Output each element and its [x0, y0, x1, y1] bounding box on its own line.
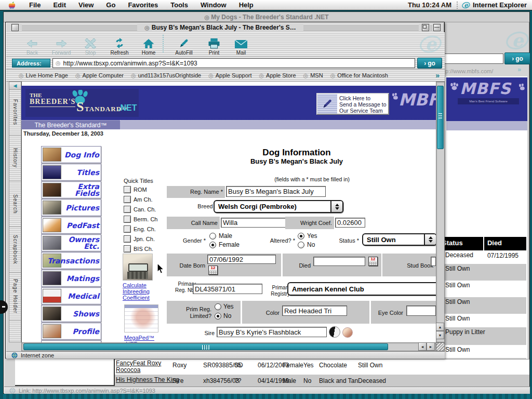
color-input[interactable] [282, 305, 347, 316]
sire-lookup-icon[interactable] [329, 326, 340, 338]
favorite-msn[interactable]: ◎MSN [303, 72, 323, 79]
quick-title-rom[interactable]: ROM [124, 185, 147, 193]
nav-button-pictures[interactable]: Pictures [41, 199, 101, 216]
radio-icon[interactable] [215, 313, 221, 320]
nav-button-pedfast[interactable]: PedFast [41, 217, 101, 234]
checkbox[interactable] [124, 206, 131, 213]
background-search-field[interactable] [438, 54, 503, 64]
menu-favorites[interactable]: Favorites [122, 0, 164, 10]
menu-clock[interactable]: Thu 10:24 AM [408, 1, 457, 9]
table-row[interactable]: Puppy in Litter [440, 327, 526, 345]
nav-button-transactions[interactable]: Transactions [41, 252, 101, 269]
table-row[interactable]: Deceased07/12/1995 [440, 250, 526, 264]
nav-button-titles[interactable]: Titles [41, 164, 101, 181]
favorite-live-home-page[interactable]: ◎Live Home Page [19, 72, 68, 79]
checkbox[interactable] [124, 225, 131, 233]
breed-popup[interactable]: Welsh Corgi (Pembroke) [214, 200, 343, 213]
horizontal-scrollbar-thumb[interactable] [23, 343, 388, 350]
favorite-apple-support[interactable]: ◎Apple Support [208, 72, 251, 79]
menu-view[interactable]: View [72, 0, 100, 10]
background-address-fragment[interactable]: p://www.mbfs.com/ » [445, 66, 530, 75]
nav-button-shows[interactable]: Shows [41, 305, 101, 322]
go-button[interactable]: ›go [417, 58, 442, 69]
menu-go[interactable]: Go [100, 0, 122, 10]
menu-tools[interactable]: Tools [164, 0, 194, 10]
checkbox[interactable] [124, 196, 131, 203]
table-row[interactable]: Still Own [440, 314, 526, 328]
menu-help[interactable]: Help [233, 0, 260, 10]
status-popup[interactable]: Still Own [362, 233, 437, 246]
mail-button[interactable]: Mail [226, 33, 256, 56]
date-born-input[interactable] [207, 255, 276, 264]
close-box[interactable] [11, 24, 19, 31]
active-app-menu[interactable]: e Internet Explorer [462, 1, 532, 9]
sidebar-collapse-button[interactable]: ◀ [9, 82, 21, 90]
reg-name-input[interactable] [226, 186, 326, 197]
gender-female-radio[interactable]: Female [209, 241, 240, 248]
altered-yes-radio[interactable]: Yes [298, 232, 317, 240]
quick-title-eng-ch[interactable]: Eng. Ch. [124, 225, 156, 233]
radio-icon[interactable] [209, 233, 216, 240]
quick-title-berm-ch[interactable]: Berm. Ch [124, 215, 157, 223]
favorite-apple-store[interactable]: ◎Apple Store [259, 72, 296, 79]
back-button[interactable]: Back [17, 33, 47, 56]
checkbox[interactable] [124, 186, 131, 193]
inbreeding-calculator-image[interactable] [123, 254, 153, 281]
more-favorites-icon[interactable]: » [435, 71, 440, 79]
sidebar-tab-page-holder[interactable]: Page Holder [9, 273, 21, 321]
table-row[interactable]: Still Own [440, 345, 526, 358]
sire-input[interactable] [217, 327, 327, 337]
forward-button[interactable]: Forward [46, 33, 76, 56]
sidebar-tab-favorites[interactable]: Favorites [9, 90, 21, 136]
stud-book-input[interactable] [431, 257, 436, 266]
menu-window[interactable]: Window [194, 0, 233, 10]
address-input[interactable]: ◎ http://www.tbsxp.com/animwin.asp?S=I&K… [52, 58, 415, 68]
dog-link[interactable]: FancyFeat Roxy Rococoa [116, 360, 176, 374]
sidebar-tab-history[interactable]: History [9, 136, 21, 181]
checkbox[interactable] [124, 245, 131, 252]
quick-title-am-ch[interactable]: Am Ch. [124, 195, 153, 203]
nav-button-profile[interactable]: Profile [41, 323, 101, 340]
limited-no-radio[interactable]: No [215, 312, 231, 320]
sidebar-tab-scrapbook[interactable]: Scrapbook [9, 227, 21, 273]
menu-edit[interactable]: Edit [47, 0, 72, 10]
quick-title-jpn-ch[interactable]: Jpn. Ch. [124, 235, 155, 243]
nav-button-dog-info[interactable]: Dog Info [41, 146, 101, 163]
apple-menu-icon[interactable] [0, 1, 23, 9]
wright-coef-input[interactable] [335, 218, 365, 228]
more-favorites-icon[interactable]: » [517, 66, 521, 73]
scroll-up-button[interactable]: ▲ [436, 323, 444, 331]
died-input[interactable] [313, 257, 365, 266]
table-row[interactable]: Still Own [440, 297, 526, 314]
collapse-box[interactable] [433, 24, 441, 31]
table-row[interactable]: Still Own [440, 281, 526, 298]
vertical-scrollbar-thumb[interactable] [437, 86, 444, 149]
checkbox[interactable] [124, 235, 131, 243]
limited-yes-radio[interactable]: Yes [215, 303, 234, 310]
home-button[interactable]: Home [134, 33, 164, 56]
browser-window[interactable]: ◎ Busy B's Megan's Black July - The Bree… [5, 22, 445, 358]
checkbox[interactable] [124, 216, 131, 223]
gender-male-radio[interactable]: Male [209, 232, 232, 240]
autofill-button[interactable]: AutoFill [169, 33, 199, 56]
sire-edit-icon[interactable] [342, 327, 353, 338]
nav-button-medical[interactable]: Medical [41, 287, 101, 304]
quick-title-bis-ch[interactable]: BIS Ch. [124, 245, 153, 252]
window-title-bar[interactable]: ◎ Busy B's Megan's Black July - The Bree… [6, 23, 445, 32]
radio-icon[interactable] [298, 242, 304, 248]
scroll-down-button[interactable]: ▼ [436, 331, 444, 339]
primary-reg-input[interactable] [193, 284, 262, 294]
nav-button-extra-fields[interactable]: Extra Fields [41, 181, 101, 198]
eye-color-input[interactable] [406, 305, 436, 316]
scroll-left-button[interactable]: ◄ [418, 342, 427, 351]
nav-button-owners-etc[interactable]: Owners Etc. [41, 234, 101, 251]
quick-title-can-ch[interactable]: Can. Ch. [124, 205, 156, 213]
favorite-banner[interactable]: ◎und113x157usOrightside [131, 72, 201, 79]
dog-link[interactable]: His Highness The King [116, 377, 179, 383]
inbreeding-link[interactable]: Calculate Inbreeding Coefficient [123, 282, 160, 301]
stop-button[interactable]: Stop [75, 33, 105, 56]
calendar-icon[interactable]: 12 [368, 257, 378, 266]
favorite-office[interactable]: ◎Office for Macintosh [330, 72, 388, 79]
nav-button-matings[interactable]: Matings [41, 270, 101, 287]
sidebar-tab-search[interactable]: Search [9, 181, 21, 227]
